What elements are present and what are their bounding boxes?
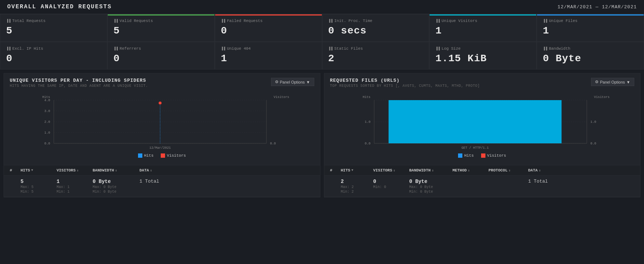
metric-label: ▐▐ Log Size [435,46,530,51]
metric-label-text: Total Requests [12,19,45,23]
right-col-protocol-header[interactable]: Protocol ⇕ [489,168,528,173]
right-method-sort-icon: ⇕ [468,169,470,173]
right-col-visitors-header[interactable]: Visitors ⇕ [373,168,409,173]
metric-value: 1.15 KiB [435,53,530,64]
metric-label: ▐▐ Bandwidth [543,46,638,51]
right-panel-title-group: REQUESTED FILES (URLS) TOP REQUESTS SORT… [330,78,480,88]
metric-card: ▐▐ Unique Visitors 1 [429,14,537,42]
svg-text:GET / HTTP/1.1: GET / HTTP/1.1 [461,146,489,150]
col-data-header[interactable]: Data ⇕ [139,168,314,173]
gear-icon-right: ⚙ [595,80,599,84]
panels-row: UNIQUE VISITORS PER DAY - INCLUDING SPID… [0,70,644,201]
hits-legend-label: Hits [144,153,154,158]
right-protocol-sort-icon: ⇕ [508,169,510,173]
left-panel-options-button[interactable]: ⚙ Panel Options ▼ [271,78,314,86]
metric-label: ▐▐ Init. Proc. Time [328,19,423,23]
metric-label-text: Bandwidth [549,46,570,51]
bar-chart-icon: ▐▐ [221,47,225,51]
bar-chart-icon: ▐▐ [543,19,547,23]
right-visitors-legend-item: Visitors [481,153,506,158]
svg-text:Visitors: Visitors [274,95,289,99]
metric-label: ▐▐ Excl. IP Hits [6,46,101,51]
col-hash[interactable]: # [10,168,21,173]
hash-label: # [10,168,12,173]
metric-label-text: Unique Visitors [441,19,477,23]
left-row-hash [10,179,21,194]
metric-value: 1 [435,25,530,36]
metric-label: ▐▐ Static Files [328,46,423,51]
hits-legend-icon [138,153,142,158]
left-table-row: 5 Max: 5 Min: 5 1 Max: 1 Min: 1 0 Byte M… [4,176,320,197]
visitors-sort-icon: ⇕ [77,169,79,173]
metric-label-text: Static Files [334,46,363,51]
svg-text:1.0: 1.0 [44,131,50,135]
metric-value: 5 [114,25,209,36]
svg-text:0.0: 0.0 [270,142,276,146]
metric-label: ▐▐ Unique Files [543,19,638,23]
metric-value: 5 [6,25,101,36]
metric-label-text: Failed Requests [227,19,263,23]
right-hits-legend-label: Hits [464,153,474,158]
metric-label: ▐▐ Unique 404 [221,46,316,51]
metric-value: 1 [543,25,638,36]
left-row-data: 1 Total [139,179,314,194]
right-row-visitors: 0 Min: 0 [373,179,409,194]
col-hits-header[interactable]: Hits ▼ [21,168,57,173]
right-col-hash[interactable]: # [330,168,341,173]
request-bar [388,100,561,143]
metric-card: ▐▐ Log Size 1.15 KiB [429,42,537,70]
right-panel-options-button[interactable]: ⚙ Panel Options ▼ [591,78,634,86]
col-visitors-header[interactable]: Visitors ⇕ [57,168,93,173]
metric-card: ▐▐ Unique 404 1 [215,42,322,70]
hits-sort-icon: ▼ [31,169,33,172]
svg-text:Hits: Hits [363,95,370,99]
data-sort-icon: ⇕ [150,169,152,173]
right-col-method-header[interactable]: Method ⇕ [453,168,489,173]
svg-text:0.0: 0.0 [590,142,596,146]
top-header: OVERALL ANALYZED REQUESTS 12/MAR/2021 — … [0,0,644,14]
metric-value: 1 [221,53,316,64]
right-visitors-legend-label: Visitors [487,153,506,158]
metric-label: ▐▐ Referrers [114,46,209,51]
metric-value: 2 [328,53,423,64]
right-row-protocol [489,179,528,194]
metric-value: 0 secs [328,25,423,36]
right-chart-svg: Hits Visitors 1.0 0.0 1.0 0.0 [330,93,635,151]
bar-chart-icon: ▐▐ [435,47,440,51]
left-panel-header: UNIQUE VISITORS PER DAY - INCLUDING SPID… [4,73,320,90]
left-row-hits: 5 Max: 5 Min: 5 [21,179,57,194]
right-panel: REQUESTED FILES (URLS) TOP REQUESTS SORT… [324,73,641,197]
bar-chart-icon: ▐▐ [328,47,333,51]
svg-text:1.0: 1.0 [365,120,370,124]
right-row-bandwidth: 0 Byte Max: 0 Byte Min: 0 Byte [409,179,453,194]
col-bandwidth-header[interactable]: Bandwidth ⇕ [93,168,139,173]
right-row-data: 1 Total [528,179,635,194]
metric-value: 0 [114,53,209,64]
right-col-data-header[interactable]: Data ⇕ [528,168,635,173]
bar-chart-icon: ▐▐ [6,47,10,51]
metric-card: ▐▐ Excl. IP Hits 0 [0,42,107,70]
right-col-bandwidth-header[interactable]: Bandwidth ⇕ [409,168,453,173]
left-row-bandwidth: 0 Byte Max: 0 Byte Min: 0 Byte [93,179,139,194]
svg-text:1.0: 1.0 [590,120,596,124]
left-panel-options-label: Panel Options [280,80,305,84]
metric-label-text: Unique Files [549,19,577,23]
svg-text:3.0: 3.0 [44,109,50,113]
right-hits-legend-item: Hits [458,153,474,158]
metric-value: 0 Byte [543,53,638,64]
metric-card: ▐▐ Total Requests 5 [0,14,107,42]
left-panel-subtitle: HITS HAVING THE SAME IP, DATE AND AGENT … [10,84,148,88]
svg-rect-33 [458,153,462,158]
metric-label-text: Log Size [441,46,461,51]
svg-rect-34 [481,153,485,158]
svg-rect-18 [138,153,142,158]
svg-text:12/Mar/2021: 12/Mar/2021 [150,146,171,150]
page-title: OVERALL ANALYZED REQUESTS [7,4,112,10]
bar-chart-icon: ▐▐ [114,47,118,51]
bar-chart-icon: ▐▐ [543,47,547,51]
metric-card: ▐▐ Failed Requests 0 [215,14,322,42]
right-col-hits-header[interactable]: Hits ▼ [341,168,373,173]
right-bandwidth-sort-icon: ⇕ [432,169,434,173]
metric-card: ▐▐ Init. Proc. Time 0 secs [322,14,430,42]
metric-label-text: Init. Proc. Time [334,19,373,23]
